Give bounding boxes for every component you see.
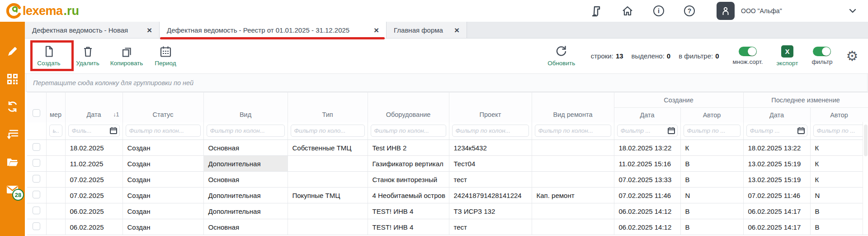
col-header-project[interactable]: Проект xyxy=(449,92,532,122)
excel-icon[interactable]: X xyxy=(781,45,793,58)
cell-kind[interactable]: Основная xyxy=(203,140,288,156)
cell-modified_date[interactable]: 13.02.2025 15:19 xyxy=(743,172,810,188)
filter-input-created-date[interactable] xyxy=(617,125,678,137)
cell-project[interactable]: тест xyxy=(449,219,532,235)
tab-close-icon[interactable]: × xyxy=(147,26,152,34)
cell-repair_kind[interactable] xyxy=(532,219,614,235)
cell-date[interactable]: 18.02.2025 xyxy=(65,140,123,156)
row-checkbox[interactable] xyxy=(33,222,40,230)
cell-modified_author[interactable]: В xyxy=(810,203,868,219)
cell-kind[interactable]: Дополнительная xyxy=(203,156,288,172)
cell-type[interactable]: Покупные ТМЦ xyxy=(288,188,368,203)
col-header-modified-date[interactable]: Дата xyxy=(743,108,810,122)
sync-icon[interactable] xyxy=(6,101,19,113)
cell-date[interactable]: 07.02.2025 xyxy=(65,172,123,188)
vertical-scrollbar[interactable] xyxy=(863,122,868,235)
row-checkbox[interactable] xyxy=(33,143,40,151)
tasks-download-icon[interactable] xyxy=(6,128,19,140)
filter-input-project[interactable] xyxy=(452,125,529,137)
filter-input-modified-date[interactable] xyxy=(746,125,807,137)
tab-defect-new[interactable]: Дефектная ведомость - Новая × xyxy=(25,22,160,38)
select-all-checkbox[interactable] xyxy=(33,109,40,117)
cell-modified_author[interactable]: В xyxy=(810,219,868,235)
delete-button[interactable]: Удалить xyxy=(70,45,105,67)
cell-created_author[interactable]: В xyxy=(680,203,743,219)
cell-type[interactable]: Собственные ТМЦ xyxy=(288,140,368,156)
filter-input-kind[interactable] xyxy=(207,125,285,137)
tab-main-form[interactable]: Главная форма × xyxy=(387,22,467,38)
cell-date[interactable]: 07.02.2025 xyxy=(65,188,123,203)
cell-kind[interactable]: Дополнительная xyxy=(203,203,288,219)
info-icon[interactable]: i xyxy=(653,5,664,16)
cell-repair_kind[interactable] xyxy=(532,140,614,156)
export-button[interactable]: X экспорт xyxy=(776,45,798,67)
avatar[interactable] xyxy=(717,2,735,20)
tab-close-icon[interactable]: × xyxy=(374,26,379,34)
cell-project[interactable]: тест xyxy=(449,172,532,188)
cell-modified_date[interactable]: 13.02.2025 15:19 xyxy=(743,156,810,172)
cell-number[interactable] xyxy=(46,140,65,156)
col-header-status[interactable]: Статус xyxy=(123,92,203,122)
help-icon[interactable]: ? xyxy=(684,5,695,16)
qr-code-icon[interactable] xyxy=(6,73,19,85)
refresh-button[interactable]: Обновить xyxy=(546,45,577,67)
mail-icon[interactable]: 28 xyxy=(6,183,19,196)
filter-input-repair-kind[interactable] xyxy=(535,125,611,137)
cell-created_author[interactable]: В xyxy=(680,156,743,172)
create-button[interactable]: Создать xyxy=(31,45,66,67)
scripts-icon[interactable] xyxy=(590,5,602,17)
cell-created_date[interactable]: 11.02.2025 15:16 xyxy=(614,156,680,172)
cell-status[interactable]: Создан xyxy=(123,188,203,203)
cell-number[interactable] xyxy=(46,188,65,203)
table-row[interactable]: 06.02.2025СозданДополнительнаяTEST! ИНВ … xyxy=(27,203,868,219)
cell-project[interactable]: 242418791428141224 xyxy=(449,188,532,203)
cell-created_date[interactable]: 18.02.2025 13:22 xyxy=(614,140,680,156)
filter-input-modified-author[interactable] xyxy=(813,125,865,137)
filter-input-date[interactable] xyxy=(68,125,120,137)
cell-created_author[interactable]: К xyxy=(680,140,743,156)
cell-repair_kind[interactable] xyxy=(532,172,614,188)
settings-gear-icon[interactable]: ⚙ xyxy=(846,49,859,63)
cell-project[interactable]: Тест04 xyxy=(449,156,532,172)
cell-number[interactable] xyxy=(46,203,65,219)
cell-created_date[interactable]: 07.02.2025 13:33 xyxy=(614,172,680,188)
cell-status[interactable]: Создан xyxy=(123,219,203,235)
row-checkbox[interactable] xyxy=(33,175,40,183)
cell-equipment[interactable]: 4 Необитаемый остров xyxy=(368,188,449,203)
filter-input-created-author[interactable] xyxy=(684,125,741,137)
cell-equipment[interactable]: Станок винторезный xyxy=(368,172,449,188)
cell-created_author[interactable]: В xyxy=(680,219,743,235)
table-row[interactable]: 07.02.2025СозданОсновнаяСтанок винторезн… xyxy=(27,172,868,188)
cell-created_date[interactable]: 07.02.2025 11:46 xyxy=(614,188,680,203)
col-header-modified-author[interactable]: Автор xyxy=(810,108,868,122)
col-header-type[interactable]: Тип xyxy=(288,92,368,122)
cell-created_date[interactable]: 06.02.2025 14:12 xyxy=(614,219,680,235)
cell-kind[interactable]: Основная xyxy=(203,219,288,235)
filter-input-equipment[interactable] xyxy=(371,125,446,137)
multisort-toggle[interactable] xyxy=(739,47,757,56)
table-row[interactable]: 07.02.2025СозданДополнительнаяПокупные Т… xyxy=(27,188,868,203)
cell-status[interactable]: Создан xyxy=(123,140,203,156)
col-header-date[interactable]: Дата↓1 xyxy=(65,92,123,122)
cell-project[interactable]: ТЗ ИСРЗ 132 xyxy=(449,203,532,219)
col-header-number[interactable]: мер xyxy=(46,92,65,122)
chevron-down-icon[interactable] xyxy=(848,6,857,15)
cell-created_author[interactable]: N xyxy=(680,188,743,203)
table-row[interactable]: 06.02.2025СозданОсновнаяTEST! ИНВ 4тест0… xyxy=(27,219,868,235)
group-by-bar[interactable]: Перетащите сюда колонку для группировки … xyxy=(26,74,868,92)
cell-type[interactable] xyxy=(288,172,368,188)
cell-created_date[interactable]: 06.02.2025 14:12 xyxy=(614,203,680,219)
cell-equipment[interactable]: TEST! ИНВ 4 xyxy=(368,203,449,219)
filter-input-number[interactable] xyxy=(49,125,62,137)
cell-number[interactable] xyxy=(46,219,65,235)
col-header-created-author[interactable]: Автор xyxy=(680,108,743,122)
cell-modified_date[interactable]: 18.02.2025 13:22 xyxy=(743,140,810,156)
cell-modified_author[interactable]: N xyxy=(810,188,868,203)
cell-date[interactable]: 06.02.2025 xyxy=(65,219,123,235)
cell-date[interactable]: 06.02.2025 xyxy=(65,203,123,219)
cell-status[interactable]: Создан xyxy=(123,203,203,219)
cell-kind[interactable]: Основная xyxy=(203,172,288,188)
cell-modified_author[interactable]: К xyxy=(810,140,868,156)
cell-equipment[interactable]: TEST! ИНВ 4 xyxy=(368,219,449,235)
cell-date[interactable]: 11.02.2025 xyxy=(65,156,123,172)
